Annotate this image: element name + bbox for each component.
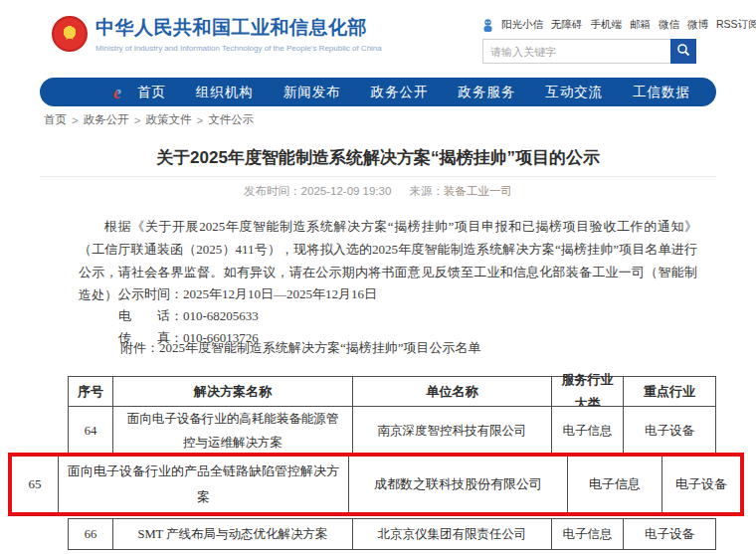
source-label: 来源： <box>409 185 444 197</box>
page-title: 关于2025年度智能制造系统解决方案“揭榜挂帅”项目的公示 <box>40 146 716 169</box>
col-header-industry: 重点行业 <box>623 377 715 406</box>
mascot-icon <box>482 19 493 32</box>
source-value: 装备工业一司 <box>444 185 512 197</box>
col-header-category: 服务行业大类 <box>551 377 623 406</box>
title-divider <box>40 176 716 177</box>
table-header-row: 序号 解决方案名称 单位名称 服务行业大类 重点行业 <box>68 376 716 407</box>
search-input[interactable] <box>482 39 670 64</box>
svg-text:e: e <box>113 83 121 102</box>
nav-item-news[interactable]: 新闻发布 <box>284 84 341 101</box>
row-category: 电子信息 <box>567 457 662 512</box>
top-link-accessibility[interactable]: 无障碍 <box>551 18 583 32</box>
row-no: 65 <box>12 457 58 512</box>
nav-item-gov-service[interactable]: 政务服务 <box>458 84 515 101</box>
nav-item-organization[interactable]: 组织机构 <box>196 84 254 101</box>
table-row: 64 面向电子设备行业的高耗能装备能源管控与运维解决方案 南京深度智控科技有限公… <box>68 406 716 455</box>
breadcrumb: 首页 > 政务公开 > 政策文件 > 文件公示 <box>44 112 254 127</box>
row-industry: 电子设备 <box>623 407 715 454</box>
row-no: 64 <box>69 407 112 454</box>
breadcrumb-current: 文件公示 <box>208 112 254 127</box>
breadcrumb-home[interactable]: 首页 <box>44 112 67 127</box>
top-link-yangguang[interactable]: 阳光小信 <box>501 18 543 32</box>
breadcrumb-policy-docs[interactable]: 政策文件 <box>145 112 191 127</box>
notice-period: 公示时间：2025年12月10日—2025年12月16日 <box>118 283 377 305</box>
top-link-mail[interactable]: 邮箱 <box>630 18 651 32</box>
nav-item-gov-disclosure[interactable]: 政务公开 <box>370 84 428 101</box>
row-company: 成都数之联科技股份有限公司 <box>348 457 567 512</box>
breadcrumb-separator: > <box>72 114 79 126</box>
nav-item-home[interactable]: 首页 <box>137 84 166 101</box>
notice-phone: 电 话：010-68205633 <box>118 305 377 327</box>
publish-time-value: 2025-12-09 19:30 <box>301 185 392 197</box>
site-header: ★ 中华人民共和国工业和信息化部 Ministry of Industry an… <box>0 0 756 75</box>
nav-item-data[interactable]: 工信数据 <box>633 84 690 101</box>
attachment-line: 附件：2025年度智能制造系统解决方案“揭榜挂帅”项目公示名单 <box>120 339 481 357</box>
main-nav: e 首页 组织机构 新闻发布 政务公开 政务服务 互动交流 工信数据 <box>40 78 716 106</box>
col-header-company: 单位名称 <box>352 377 551 406</box>
row-no: 66 <box>69 519 112 549</box>
site-title-cn: 中华人民共和国工业和信息化部 <box>95 15 382 41</box>
breadcrumb-separator: > <box>134 114 141 126</box>
row-industry: 电子设备 <box>623 519 715 549</box>
attachment-label: 附件： <box>120 340 159 355</box>
search-icon <box>676 43 690 60</box>
col-header-solution: 解决方案名称 <box>112 377 352 406</box>
top-link-mobile[interactable]: 手机端 <box>591 18 623 32</box>
table-row: 66 SMT 产线布局与动态优化解决方案 北京京仪集团有限责任公司 电子信息 电… <box>68 518 716 550</box>
site-logo[interactable]: ★ 中华人民共和国工业和信息化部 Ministry of Industry an… <box>52 15 382 53</box>
row-category: 电子信息 <box>551 407 623 454</box>
row-category: 电子信息 <box>551 519 623 549</box>
row-solution: 面向电子设备行业的产品全链路缺陷管控解决方案 <box>58 457 348 512</box>
nav-item-interaction[interactable]: 互动交流 <box>545 84 603 101</box>
row-industry: 电子设备 <box>662 457 740 512</box>
row-company: 南京深度智控科技有限公司 <box>352 407 551 454</box>
row-solution: SMT 产线布局与动态优化解决方案 <box>112 519 352 549</box>
miit-e-logo-icon: e <box>107 82 127 106</box>
top-link-weibo[interactable]: 微博 <box>687 18 708 32</box>
publish-time-label: 发布时间： <box>244 185 301 197</box>
article-meta: 发布时间：2025-12-09 19:30来源：装备工业一司 <box>40 184 716 199</box>
top-utility-links: 阳光小信 无障碍 手机端 邮箱 微信 微博 RSS订阅 <box>482 18 696 32</box>
breadcrumb-gov-disclosure[interactable]: 政务公开 <box>84 112 129 127</box>
row-company: 北京京仪集团有限责任公司 <box>352 519 551 549</box>
search-button[interactable] <box>670 39 696 64</box>
site-title-en: Ministry of Industry and Information Tec… <box>95 44 382 53</box>
top-link-wechat[interactable]: 微信 <box>659 18 679 32</box>
col-header-no: 序号 <box>69 377 112 406</box>
row-solution: 面向电子设备行业的高耗能装备能源管控与运维解决方案 <box>112 407 352 454</box>
top-link-rss[interactable]: RSS订阅 <box>716 18 756 32</box>
attachment-link[interactable]: 2025年度智能制造系统解决方案“揭榜挂帅”项目公示名单 <box>159 340 481 355</box>
national-emblem-icon: ★ <box>52 16 88 52</box>
breadcrumb-separator: > <box>196 114 203 126</box>
highlighted-table-row[interactable]: 65 面向电子设备行业的产品全链路缺陷管控解决方案 成都数之联科技股份有限公司 … <box>8 453 744 516</box>
